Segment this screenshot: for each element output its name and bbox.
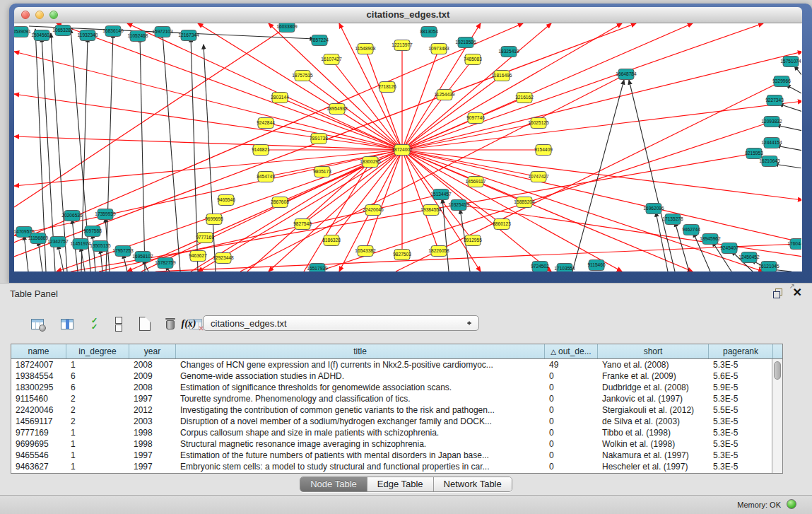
table-cell[interactable]: 18724007	[11, 359, 66, 370]
graph-node[interactable]: 19384554	[420, 205, 442, 216]
graph-node[interactable]: 9115460	[587, 260, 606, 271]
table-cell[interactable]: Jankovic et al. (1997)	[598, 393, 709, 404]
table-cell[interactable]: 2	[66, 416, 129, 427]
graph-node[interactable]: 16107427	[321, 54, 342, 65]
graph-node[interactable]: 16033809	[276, 23, 298, 33]
table-cell[interactable]: 9463627	[11, 461, 66, 472]
table-cell[interactable]: Franke et al. (2009)	[598, 370, 709, 382]
select-columns-button[interactable]	[58, 315, 76, 333]
graph-node[interactable]: 8454749	[257, 172, 275, 182]
table-row[interactable]: 946362711997Embryonic stem cells: a mode…	[11, 461, 782, 472]
graph-node[interactable]: 9242844	[257, 118, 275, 129]
graph-node[interactable]: 18757515	[292, 71, 313, 81]
table-cell[interactable]: Disruption of a novel member of a sodium…	[176, 416, 545, 427]
table-settings-button[interactable]	[28, 315, 47, 333]
graph-node[interactable]: 15885204	[514, 197, 535, 208]
table-cell[interactable]: 1	[66, 450, 129, 461]
graph-node[interactable]: 15751074	[780, 57, 801, 67]
table-row[interactable]: 911546021997Tourette syndrome. Phenomeno…	[11, 393, 782, 404]
table-cell[interactable]: 1	[66, 359, 129, 370]
table-cell[interactable]: 1997	[129, 450, 176, 461]
table-cell[interactable]: Tibbo et al. (1998)	[598, 427, 709, 438]
table-cell[interactable]: 2008	[129, 382, 176, 393]
table-cell[interactable]: 6	[66, 382, 129, 393]
graph-node[interactable]: 8813054	[420, 27, 438, 37]
table-cell[interactable]: 2	[66, 404, 129, 416]
graph-node[interactable]: 9827503	[393, 250, 411, 260]
table-cell[interactable]: Structural magnetic resonance image aver…	[176, 438, 545, 450]
table-cell[interactable]: 1	[66, 461, 129, 472]
table-cell[interactable]: 2	[66, 393, 129, 404]
table-cell[interactable]: 5.3E-5	[709, 427, 773, 438]
table-row[interactable]: 2242004622012Investigating the contribut…	[11, 404, 782, 416]
zoom-window-button[interactable]	[49, 11, 58, 19]
graph-node[interactable]: 20206536	[61, 211, 83, 221]
graph-node[interactable]: 8860123	[493, 219, 511, 230]
graph-node[interactable]: 2718126	[378, 82, 396, 93]
table-cell[interactable]: Investigating the contribution of common…	[176, 404, 545, 416]
table-cell[interactable]: 6	[66, 370, 129, 382]
column-header-outde[interactable]: △out_de...	[545, 344, 598, 358]
table-cell[interactable]: 9777169	[11, 427, 66, 438]
graph-node[interactable]: 16121045	[758, 262, 779, 272]
graph-node[interactable]: 20539091	[14, 27, 31, 37]
column-header-title[interactable]: title	[176, 344, 545, 358]
table-cell[interactable]: Tourette syndrome. Phenomenology and cla…	[176, 393, 545, 404]
graph-node[interactable]: 15045601	[31, 30, 52, 41]
memory-ok-indicator[interactable]	[787, 499, 796, 509]
window-titlebar[interactable]: citations_edges.txt	[14, 7, 802, 23]
table-cell[interactable]: 0	[545, 438, 598, 450]
table-cell[interactable]: 0	[545, 393, 598, 404]
new-column-button[interactable]	[136, 315, 154, 333]
graph-node[interactable]: 16958107	[132, 252, 153, 262]
graph-node[interactable]: 12342757	[47, 237, 69, 247]
table-cell[interactable]: 0	[545, 382, 598, 393]
tab-network-table[interactable]: Network Table	[434, 477, 512, 491]
table-cell[interactable]: 0	[545, 404, 598, 416]
column-header-year[interactable]: year	[129, 344, 176, 358]
table-cell[interactable]: 0	[545, 427, 598, 438]
column-header-indegree[interactable]: in_degree	[66, 344, 129, 358]
graph-node[interactable]: 22420046	[363, 205, 384, 216]
graph-node[interactable]: 9227343	[765, 95, 784, 106]
table-cell[interactable]: de Silva et al. (2003)	[598, 416, 709, 427]
graph-node[interactable]: 17103554	[554, 264, 575, 272]
table-cell[interactable]: 5.9E-5	[709, 382, 773, 393]
graph-node[interactable]: 16962096	[643, 204, 664, 214]
table-cell[interactable]: Yano et al. (2008)	[598, 359, 709, 370]
table-cell[interactable]: 2009	[129, 370, 176, 382]
table-cell[interactable]: 2003	[129, 416, 176, 427]
graph-node[interactable]: 12213977	[392, 40, 413, 51]
graph-node[interactable]: 11816496	[492, 71, 512, 81]
table-row[interactable]: 977716911998Corpus callosum shape and si…	[11, 427, 782, 438]
table-cell[interactable]: Wolkin et al. (1998)	[598, 438, 709, 450]
table-selector-combo[interactable]: citations_edges.txt	[203, 315, 479, 331]
graph-node[interactable]: 13505135	[90, 241, 111, 252]
scrollbar-thumb[interactable]	[774, 361, 781, 380]
graph-node[interactable]: 18226058	[428, 246, 449, 257]
graph-node[interactable]: 3216162	[515, 93, 534, 103]
graph-node[interactable]: 12450452	[739, 252, 760, 263]
graph-node[interactable]: 9827548	[293, 219, 312, 230]
column-header-short[interactable]: short	[598, 344, 709, 358]
network-canvas[interactable]: 1872400791544091602512532161621181649674…	[14, 23, 802, 271]
graph-node[interactable]: 17135278	[662, 214, 683, 225]
graph-node[interactable]: 17604453	[787, 239, 801, 250]
table-cell[interactable]: 9465546	[11, 450, 66, 461]
graph-node[interactable]: 16543382	[355, 246, 376, 257]
table-cell[interactable]: 0	[545, 416, 598, 427]
graph-node[interactable]: 9465546	[217, 195, 235, 206]
graph-node[interactable]: 2803144	[271, 93, 289, 103]
graph-node[interactable]: 16025125	[528, 118, 549, 129]
graph-node[interactable]: 9777169	[196, 233, 214, 243]
graph-node[interactable]: 11932348	[78, 30, 98, 41]
graph-node[interactable]: 9097588	[83, 226, 102, 237]
table-cell[interactable]: 1	[66, 427, 129, 438]
table-cell[interactable]: Changes of HCN gene expression and I(f) …	[176, 359, 545, 370]
table-cell[interactable]: 18300295	[11, 382, 66, 393]
graph-node[interactable]: 9146821	[252, 145, 270, 156]
minimize-window-button[interactable]	[35, 11, 44, 19]
graph-node[interactable]: 9329966	[772, 76, 791, 87]
table-cell[interactable]: 1997	[129, 461, 176, 472]
table-row[interactable]: 969969511998Structural magnetic resonanc…	[11, 438, 782, 450]
